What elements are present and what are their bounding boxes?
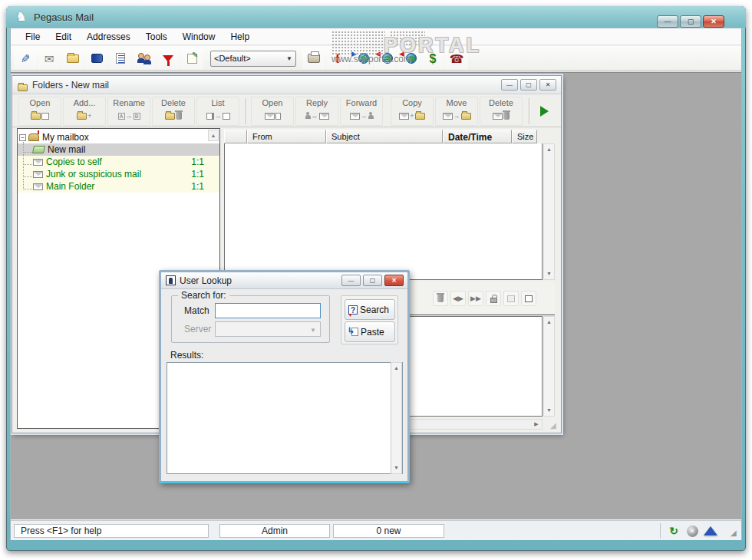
message-list-header: From Subject Date/Time Size: [224, 130, 537, 143]
dollar-icon: $: [430, 53, 437, 64]
tree-item-junk[interactable]: Junk or suspicious mail 1:1: [18, 168, 219, 180]
message-list[interactable]: [224, 143, 543, 280]
tree-item-new-mail[interactable]: New mail: [18, 143, 219, 156]
delete-folder-button[interactable]: Delete: [152, 97, 195, 126]
receive-queued-button[interactable]: ◀: [374, 48, 397, 69]
list-view-button[interactable]: List →: [196, 97, 239, 126]
mailbox-icon: [28, 133, 39, 141]
minimize-button[interactable]: —: [657, 15, 678, 28]
folders-maximize-button[interactable]: ▢: [520, 79, 537, 91]
paste-button[interactable]: Paste: [345, 321, 395, 342]
font-icon: f: [335, 53, 340, 64]
menu-file[interactable]: File: [18, 29, 47, 44]
font-button[interactable]: f: [326, 48, 349, 69]
header-from-column[interactable]: From: [247, 130, 326, 143]
charges-button[interactable]: $: [421, 48, 444, 69]
distribution-list-button[interactable]: [109, 48, 132, 69]
label-b-icon: B: [134, 113, 140, 120]
maximize-button[interactable]: ▢: [680, 15, 701, 28]
window-icon: [41, 113, 49, 120]
open-message-button[interactable]: Open: [251, 97, 294, 126]
filter-button[interactable]: [157, 48, 180, 69]
identity-selector[interactable]: <Default> ▼: [210, 51, 296, 67]
close-button[interactable]: ✕: [703, 15, 724, 28]
folders-button[interactable]: [61, 48, 84, 69]
scroll-down-icon[interactable]: ▼: [544, 268, 554, 279]
tree-connector: [23, 154, 32, 165]
tree-item-main-folder[interactable]: Main Folder 1:1: [18, 180, 219, 193]
toolbar-separator: [246, 98, 247, 124]
folders-window-icon: [18, 84, 28, 91]
scroll-down-icon[interactable]: ▼: [391, 463, 401, 473]
match-input[interactable]: [215, 303, 321, 318]
send-receive-button[interactable]: ◀: [397, 48, 421, 69]
tree-item-copies-to-self[interactable]: Copies to self 1:1: [18, 156, 219, 168]
read-mail-button[interactable]: ✉: [38, 48, 61, 69]
dialog-close-button[interactable]: ✕: [384, 275, 404, 286]
delete-message-button[interactable]: Delete: [480, 97, 523, 126]
results-list[interactable]: [167, 362, 403, 474]
address-book-button[interactable]: [85, 48, 108, 69]
dialog-maximize-button[interactable]: ▢: [363, 275, 382, 286]
preview-scrollbar[interactable]: ▲ ▼: [543, 316, 555, 417]
dialog-titlebar[interactable]: User Lookup — ▢ ✕: [161, 272, 407, 289]
scroll-right-icon[interactable]: ▶: [531, 420, 542, 429]
reply-button[interactable]: Reply ↔: [295, 97, 338, 126]
folder-icon: [461, 113, 471, 120]
dial-button[interactable]: ☎: [445, 48, 468, 69]
header-subject-column[interactable]: Subject: [326, 130, 443, 143]
paste-arrow-icon: [348, 328, 358, 337]
delete-message-icon[interactable]: [433, 291, 448, 306]
lock-icon[interactable]: [486, 291, 501, 306]
envelope-icon: [319, 113, 329, 120]
header-size-column[interactable]: Size: [512, 130, 537, 143]
mdi-workspace: Folders - New mail — ▢ ✕ Open Add... +: [11, 72, 741, 519]
local-users-button[interactable]: [133, 48, 156, 69]
message-list-scrollbar[interactable]: ▲ ▼: [543, 143, 555, 280]
notepad-button[interactable]: [180, 48, 203, 69]
menu-addresses[interactable]: Addresses: [80, 29, 137, 44]
header-status-column[interactable]: [224, 130, 247, 143]
scroll-up-icon[interactable]: ▲: [391, 363, 401, 374]
main-titlebar[interactable]: ♞ Pegasus Mail — ▢ ✕: [6, 6, 746, 28]
copy-message-button[interactable]: Copy +: [391, 97, 434, 126]
folders-close-button[interactable]: ✕: [539, 79, 556, 91]
header-datetime-column[interactable]: Date/Time: [443, 130, 512, 143]
results-scrollbar[interactable]: ▲ ▼: [391, 362, 402, 474]
print-button[interactable]: [302, 48, 325, 69]
folders-titlebar[interactable]: Folders - New mail — ▢ ✕: [12, 76, 561, 94]
search-button[interactable]: ? Search: [345, 299, 395, 320]
scroll-down-icon[interactable]: ▼: [544, 405, 554, 416]
prev-next-icon[interactable]: ◀▶: [450, 291, 466, 306]
scroll-up-icon[interactable]: ▲: [544, 317, 554, 328]
screen-view-icon[interactable]: [521, 291, 536, 306]
expand-toolbar-icon[interactable]: [540, 106, 549, 117]
menu-tools[interactable]: Tools: [139, 29, 174, 44]
compose-button[interactable]: ✎: [14, 48, 37, 69]
split-window-icon: [206, 113, 214, 120]
folders-minimize-button[interactable]: —: [501, 79, 518, 91]
skip-forward-icon[interactable]: ▶▶: [468, 291, 483, 306]
signal-status-icon[interactable]: [703, 523, 718, 539]
window-resize-grip[interactable]: ◢: [731, 529, 740, 539]
refresh-status-icon[interactable]: ↻: [666, 523, 681, 539]
menu-edit[interactable]: Edit: [48, 29, 78, 44]
tree-root-row[interactable]: − My mailbox: [18, 131, 219, 143]
forward-button[interactable]: Forward →: [340, 97, 383, 126]
move-message-button[interactable]: Move →: [435, 97, 478, 126]
offline-status-icon[interactable]: ✕: [684, 523, 700, 539]
rename-folder-button[interactable]: Rename A→B: [107, 97, 150, 126]
dialog-minimize-button[interactable]: —: [341, 275, 361, 286]
tree-scroll-up[interactable]: ▲: [208, 130, 219, 141]
folders-resize-grip[interactable]: ◢: [550, 422, 559, 431]
users-icon: [138, 53, 151, 64]
scroll-up-icon[interactable]: ▲: [544, 144, 554, 155]
add-folder-button[interactable]: Add... +: [63, 97, 106, 126]
menu-help[interactable]: Help: [223, 29, 256, 44]
send-queued-button[interactable]: ▶: [350, 48, 373, 69]
open-folder-icon: [32, 146, 45, 153]
folder-icon: [67, 54, 79, 63]
collapse-icon[interactable]: −: [19, 134, 26, 141]
menu-window[interactable]: Window: [176, 29, 223, 44]
open-folder-button[interactable]: Open: [18, 97, 61, 126]
